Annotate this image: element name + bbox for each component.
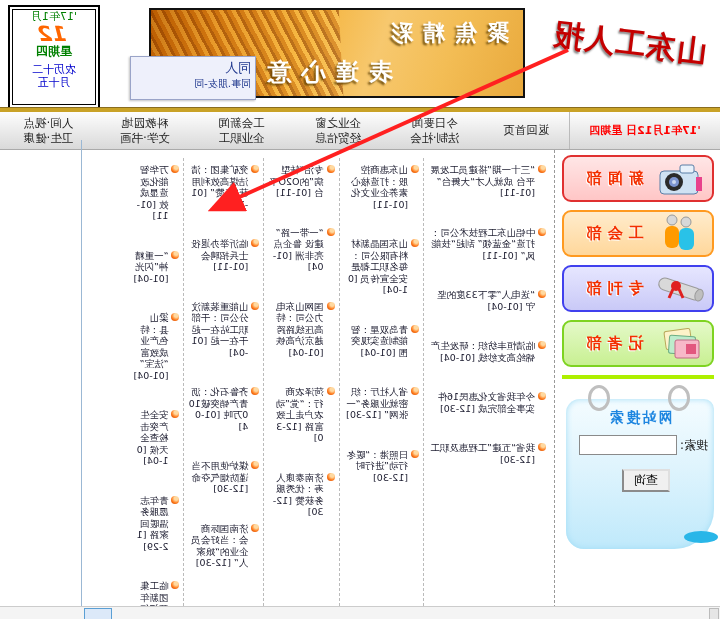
news-item[interactable]: 济南泰康人寿：优秀服务获赞 [12-30]: [268, 472, 334, 518]
news-item[interactable]: 今年我省文化惠民16件实事全部完成 [12-30]: [428, 391, 546, 414]
news-item-title[interactable]: 齐鲁石化：沥青产销突破100万吨 [01-04]: [189, 386, 249, 432]
dept-button-记者部[interactable]: 记者部: [562, 320, 714, 367]
news-item-title[interactable]: 专治“转型病”的O2O平台 [01-11]: [269, 164, 323, 198]
search-input[interactable]: [579, 435, 677, 455]
news-item-title[interactable]: 山东惠商控股：打造核心素养企业文化 [01-11]: [351, 164, 408, 210]
bullet-icon: [251, 239, 259, 247]
dept-button-工会部[interactable]: 工会部: [562, 210, 714, 257]
news-item-title[interactable]: 青年志愿服务温暖回家路 [12-29]: [137, 495, 169, 552]
nav-link[interactable]: 企业职工: [219, 132, 265, 145]
bullet-icon: [251, 524, 259, 532]
nav-link[interactable]: 企业之窗: [315, 117, 361, 130]
news-item[interactable]: 国网山东电力公司：特高压线路跨越京沪高铁 [01-04]: [268, 301, 334, 359]
news-item[interactable]: “一重精神”闪光 [01-04]: [131, 250, 179, 285]
ring-icon: [588, 385, 610, 411]
screenshot-viewport: 山东工人报 '17年1月 12 星期四 农历十二 月十五 聚焦精彩 表達心意 同…: [0, 0, 720, 619]
nav-group-1: 企业之窗经贸信息: [290, 112, 387, 149]
dept-button-专刊部[interactable]: 专刊部: [562, 265, 714, 312]
news-item[interactable]: 专治“转型病”的O2O平台 [01-11]: [268, 164, 334, 199]
news-item-title[interactable]: 煤炉使用不当 谨防烟气夺命 [12-30]: [191, 460, 248, 494]
news-item-title[interactable]: “三十一期”搭建员工发展平台 成就人才“大舞台” [01-11]: [430, 164, 535, 198]
news-item[interactable]: 菏泽农商行：“党”动农户走上致富路 [12-30]: [268, 386, 334, 444]
news-item-title[interactable]: 临清恒丰纺织：研发生产锦纶高支纱线 [01-04]: [431, 340, 536, 363]
news-item-title[interactable]: 菏泽农商行：“党”动农户走上致富路 [12-30]: [276, 386, 324, 443]
scrollbar-thumb[interactable]: [84, 608, 112, 619]
horizontal-scrollbar[interactable]: [0, 606, 720, 619]
news-item-title[interactable]: 山能重装新汶分公司：干部职工站在一起干在一起 [01-04]: [191, 301, 248, 358]
nav-link[interactable]: 法制·社会: [410, 132, 460, 145]
news-item-title[interactable]: “一重精神”闪光 [01-04]: [133, 250, 168, 284]
news-item-title[interactable]: 万华智能化改造显成效 [01-11]: [137, 164, 169, 221]
news-item-title[interactable]: 济南国际商会：当好会员企业的“娘家人” [12-30]: [191, 523, 248, 569]
news-item[interactable]: 万华智能化改造显成效 [01-11]: [131, 164, 179, 222]
news-item[interactable]: 青年志愿服务温暖回家路 [12-29]: [131, 495, 179, 553]
bullet-icon: [411, 450, 419, 458]
nav-link[interactable]: 卫生·健康: [24, 132, 74, 145]
news-item[interactable]: 临清恒丰纺织：研发生产锦纶高支纱线 [01-04]: [428, 340, 546, 363]
news-item[interactable]: “一带一路”建设 鲁企点亮非洲 [01-04]: [268, 227, 334, 273]
news-item[interactable]: 济南国际商会：当好会员企业的“娘家人” [12-30]: [188, 523, 259, 569]
search-submit-button[interactable]: 查询: [622, 469, 670, 492]
dept-label: 工会部: [570, 224, 654, 243]
news-item[interactable]: 山能重装新汶分公司：干部职工站在一起干在一起 [01-04]: [188, 301, 259, 359]
bullet-icon: [251, 461, 259, 469]
bullet-icon: [171, 496, 179, 504]
nav-link[interactable]: 经贸信息: [315, 132, 361, 145]
nav-groups: 今日要闻法制·社会企业之窗经贸信息工会新闻企业职工科教园地文学·书画人间·视点卫…: [0, 112, 483, 149]
search-widget: 网站搜索 搜索: 查询: [562, 387, 714, 567]
news-item-title[interactable]: 今年我省文化惠民16件实事全部完成 [12-30]: [437, 391, 535, 414]
calendar-day: 12: [10, 24, 98, 44]
dept-button-新闻部[interactable]: 新闻部: [562, 155, 714, 202]
news-item[interactable]: 山东惠商控股：打造核心素养企业文化 [01-11]: [344, 164, 420, 210]
news-item-title[interactable]: 梁山县：特色产业成致富“法宝” [01-04]: [133, 312, 168, 381]
news-item-title[interactable]: 国网山东电力公司：特高压线路跨越京沪高铁 [01-04]: [276, 301, 324, 358]
banner-slogan-1: 聚焦精彩: [381, 18, 509, 48]
news-item[interactable]: 煤炉使用不当 谨防烟气夺命 [12-30]: [188, 460, 259, 495]
nav-group-3: 科教园地文学·书画: [97, 112, 194, 149]
news-item-title[interactable]: 济南泰康人寿：优秀服务获赞 [12-30]: [273, 472, 324, 518]
news-item-title[interactable]: 临沂举办退役士兵招聘会 [01-11]: [191, 238, 248, 272]
bullet-icon: [327, 228, 335, 236]
news-item-title[interactable]: 我省“五建”工程惠及职工 [12-30]: [430, 442, 535, 465]
bullet-icon: [411, 165, 419, 173]
news-item[interactable]: 齐鲁石化：沥青产销突破100万吨 [01-04]: [188, 386, 259, 432]
news-item-title[interactable]: 青岛双星：智能制造实现突围 [01-04]: [351, 324, 408, 358]
news-item-title[interactable]: “送电人”零下33度的坚守 [01-04]: [437, 289, 535, 312]
nav-link[interactable]: 人间·视点: [24, 117, 74, 130]
news-item-title[interactable]: 中铝山东工程技术公司：打造“金蓝领” 刮起“技能风” [01-11]: [431, 227, 536, 261]
news-item[interactable]: 梁山县：特色产业成致富“法宝” [01-04]: [131, 312, 179, 381]
news-item[interactable]: 临沂举办退役士兵招聘会 [01-11]: [188, 238, 259, 273]
nav-home-link[interactable]: 返回首页: [483, 124, 569, 137]
nav-link[interactable]: 文学·书画: [120, 132, 170, 145]
news-item[interactable]: 临工集团新年开门红 [12-29]: [131, 580, 179, 606]
ad-popup[interactable]: 同人 同事.朋友-同: [130, 56, 256, 100]
dept-label: 记者部: [570, 334, 654, 353]
news-item-title[interactable]: “一带一路”建设 鲁企点亮非洲 [01-04]: [273, 227, 324, 273]
search-title: 网站搜索: [566, 409, 714, 427]
bullet-icon: [327, 473, 335, 481]
news-item[interactable]: 我省“五建”工程惠及职工 [12-30]: [428, 442, 546, 465]
news-item[interactable]: 日照港：“暖冬行动”进行时 [12-30]: [344, 449, 420, 484]
search-row: 搜索:: [579, 435, 708, 455]
bullet-icon: [538, 290, 546, 298]
nav-date: '17年1月12日 星期四: [569, 112, 720, 149]
news-item[interactable]: 中铝山东工程技术公司：打造“金蓝领” 刮起“技能风” [01-11]: [428, 227, 546, 262]
news-item-title[interactable]: 山东国晶新材料有限公司：每名职工都是安全宣传员 [01-04]: [348, 238, 408, 295]
news-item[interactable]: 山东国晶新材料有限公司：每名职工都是安全宣传员 [01-04]: [344, 238, 420, 296]
news-item[interactable]: 安全生产突击检查全天候 [01-04]: [131, 409, 179, 467]
news-item[interactable]: 青岛双星：智能制造实现突围 [01-04]: [344, 324, 420, 359]
nav-link[interactable]: 今日要闻: [412, 117, 458, 130]
news-item[interactable]: “三十一期”搭建员工发展平台 成就人才“大舞台” [01-11]: [428, 164, 546, 199]
bullet-icon: [538, 341, 546, 349]
news-item-title[interactable]: 日照港：“暖冬行动”进行时 [12-30]: [346, 449, 408, 483]
nav-link[interactable]: 工会新闻: [219, 117, 265, 130]
news-item-title[interactable]: 安全生产突击检查全天候 [01-04]: [137, 409, 169, 466]
nav-link[interactable]: 科教园地: [122, 117, 168, 130]
news-item[interactable]: 省人社厅：织密就业服务“一张网” [12-30]: [344, 386, 420, 421]
news-item-title[interactable]: 临工集团新年开门红 [12-29]: [133, 580, 168, 606]
news-item[interactable]: 兖矿集团：清洁煤高效利用获“点赞” [01-11]: [188, 164, 259, 210]
news-item-title[interactable]: 省人社厅：织密就业服务“一张网” [12-30]: [346, 386, 408, 420]
news-item-title[interactable]: 兖矿集团：清洁煤高效利用获“点赞” [01-11]: [191, 164, 248, 210]
news-item[interactable]: “送电人”零下33度的坚守 [01-04]: [428, 289, 546, 312]
nav-group-0: 今日要闻法制·社会: [386, 112, 483, 149]
